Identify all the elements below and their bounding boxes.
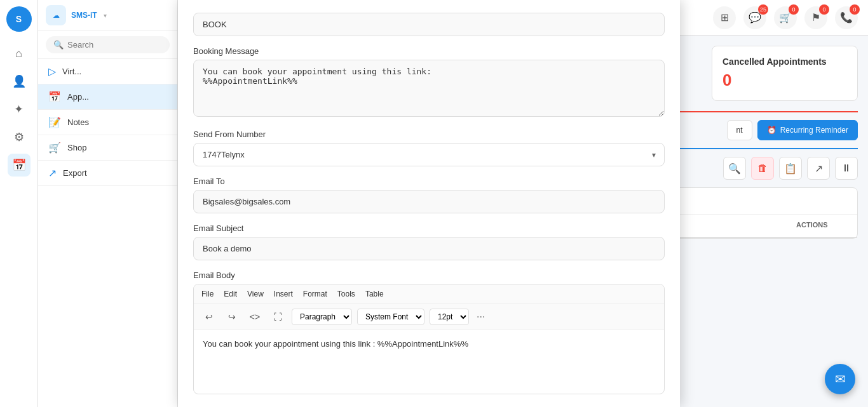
top-input-display[interactable]: BOOK: [193, 13, 665, 36]
virtual-icon: ▷: [48, 65, 56, 77]
editor-content: You can book your appointment using this…: [203, 339, 468, 349]
menu-edit[interactable]: Edit: [224, 290, 237, 298]
sidebar-item-calendar[interactable]: 📅: [8, 154, 31, 177]
chat-fab[interactable]: ✉: [825, 364, 855, 394]
col-actions: ACTIONS: [796, 221, 847, 230]
email-body-group: Email Body File Edit View Insert Format …: [193, 270, 665, 394]
chat-button[interactable]: 💬 25: [743, 6, 766, 29]
cart-badge: 0: [789, 4, 799, 15]
brand-header: ☁ SMS-iT ▾: [38, 0, 177, 31]
app-avatar[interactable]: S: [6, 6, 32, 32]
menu-tools[interactable]: Tools: [337, 290, 355, 298]
sidebar-item-network[interactable]: ✦: [8, 98, 31, 121]
sidebar: S ⌂ 👤 ✦ ⚙ 📅: [0, 0, 38, 407]
cancelled-value: 0: [722, 70, 847, 90]
send-from-select[interactable]: 1747Telynx Other Number: [193, 143, 665, 166]
booking-message-group: Booking Message You can book your appoin…: [193, 46, 665, 119]
panel-item-appointments-label: App...: [67, 92, 89, 102]
nt-button[interactable]: nt: [727, 120, 752, 140]
send-from-label: Send From Number: [193, 130, 665, 139]
email-subject-group: Email Subject Book a demo: [193, 224, 665, 260]
send-from-select-wrapper: 1747Telynx Other Number ▾: [193, 143, 665, 166]
sidebar-item-contacts[interactable]: 👤: [8, 70, 31, 93]
panel-item-appointments[interactable]: 📅 App...: [38, 84, 177, 110]
email-body-label: Email Body: [193, 270, 665, 280]
nt-label: nt: [736, 126, 743, 135]
sidebar-item-tools[interactable]: ⚙: [8, 126, 31, 149]
menu-table[interactable]: Table: [365, 290, 384, 298]
grid-button[interactable]: ⊞: [713, 6, 736, 29]
email-to-input[interactable]: Bigsales@bigsales.com: [193, 190, 665, 213]
grid-icon: ⊞: [721, 11, 729, 23]
panel-item-virtual-label: Virt...: [62, 67, 81, 76]
brand-name: SMS-iT: [71, 11, 97, 20]
sidebar-item-home[interactable]: ⌂: [8, 42, 31, 65]
size-select[interactable]: 12pt: [430, 309, 469, 325]
font-select[interactable]: System Font: [357, 309, 424, 325]
notes-icon: 📝: [48, 116, 61, 128]
send-from-number-group: Send From Number 1747Telynx Other Number…: [193, 130, 665, 166]
panel-item-export[interactable]: ↗ Export: [38, 161, 177, 186]
pause-button[interactable]: ⏸: [835, 157, 858, 180]
email-to-label: Email To: [193, 177, 665, 186]
shop-icon: 🛒: [48, 142, 61, 154]
search-icon: 🔍: [53, 40, 64, 50]
more-options-button[interactable]: ···: [477, 311, 485, 323]
editor-body[interactable]: You can book your appointment using this…: [194, 330, 664, 394]
phone-button[interactable]: 📞 0: [835, 6, 858, 29]
copy-button[interactable]: 📋: [779, 157, 802, 180]
search-container: 🔍: [38, 31, 177, 59]
chat-badge: 25: [758, 4, 768, 15]
chat-fab-icon: ✉: [835, 371, 846, 387]
paragraph-select[interactable]: Paragraph: [292, 309, 352, 325]
fullscreen-button[interactable]: ⛶: [269, 308, 287, 326]
menu-format[interactable]: Format: [303, 290, 327, 298]
modal: BOOK Booking Message You can book your a…: [178, 0, 680, 407]
cancelled-title: Cancelled Appointments: [722, 57, 847, 67]
cart-button[interactable]: 🛒 0: [774, 6, 797, 29]
email-subject-input[interactable]: Book a demo: [193, 237, 665, 260]
cancelled-appointments-card: Cancelled Appointments 0: [712, 46, 858, 101]
appointments-icon: 📅: [48, 91, 61, 103]
flag-badge: 0: [819, 4, 829, 15]
editor-toolbar: ↩ ↪ <> ⛶ Paragraph System Font 12pt: [194, 304, 664, 330]
menu-view[interactable]: View: [247, 290, 264, 298]
panel-item-notes-label: Notes: [67, 117, 89, 127]
editor-menubar: File Edit View Insert Format Tools Table: [194, 284, 664, 304]
menu-insert[interactable]: Insert: [274, 290, 293, 298]
top-input-row: BOOK: [193, 13, 665, 36]
booking-message-input[interactable]: You can book your appointment using this…: [193, 60, 665, 117]
search-input[interactable]: [67, 40, 162, 50]
code-view-button[interactable]: <>: [246, 308, 264, 326]
export-icon: ↗: [48, 167, 57, 179]
share-button[interactable]: ↗: [807, 157, 830, 180]
panel-item-export-label: Export: [63, 168, 87, 178]
email-to-group: Email To Bigsales@bigsales.com: [193, 177, 665, 213]
flag-button[interactable]: ⚑ 0: [804, 6, 827, 29]
panel-item-notes[interactable]: 📝 Notes: [38, 110, 177, 135]
brand-dropdown-icon[interactable]: ▾: [104, 12, 107, 19]
recurring-reminder-label: Recurring Reminder: [780, 126, 848, 135]
left-panel: ☁ SMS-iT ▾ 🔍 ▷ Virt... 📅 App... 📝 Notes …: [38, 0, 178, 407]
modal-inner: BOOK Booking Message You can book your a…: [178, 0, 680, 407]
search-action-button[interactable]: 🔍: [723, 157, 746, 180]
search-box[interactable]: 🔍: [46, 36, 170, 53]
delete-button[interactable]: 🗑: [751, 157, 774, 180]
recurring-reminder-button[interactable]: ⏰ Recurring Reminder: [757, 120, 858, 140]
brand-logo-icon: ☁: [46, 5, 66, 25]
recurring-reminder-icon: ⏰: [767, 126, 776, 135]
redo-button[interactable]: ↪: [223, 308, 241, 326]
undo-button[interactable]: ↩: [200, 308, 218, 326]
brand-logo-text: ☁: [53, 11, 60, 20]
panel-item-shop-label: Shop: [67, 143, 86, 152]
panel-item-shop[interactable]: 🛒 Shop: [38, 135, 177, 161]
panel-item-virtual[interactable]: ▷ Virt...: [38, 59, 177, 84]
menu-file[interactable]: File: [201, 290, 214, 298]
flag-icon: ⚑: [811, 11, 820, 23]
phone-badge: 0: [850, 4, 860, 15]
rich-text-editor: File Edit View Insert Format Tools Table…: [193, 284, 665, 394]
booking-message-label: Booking Message: [193, 46, 665, 56]
email-subject-label: Email Subject: [193, 224, 665, 233]
